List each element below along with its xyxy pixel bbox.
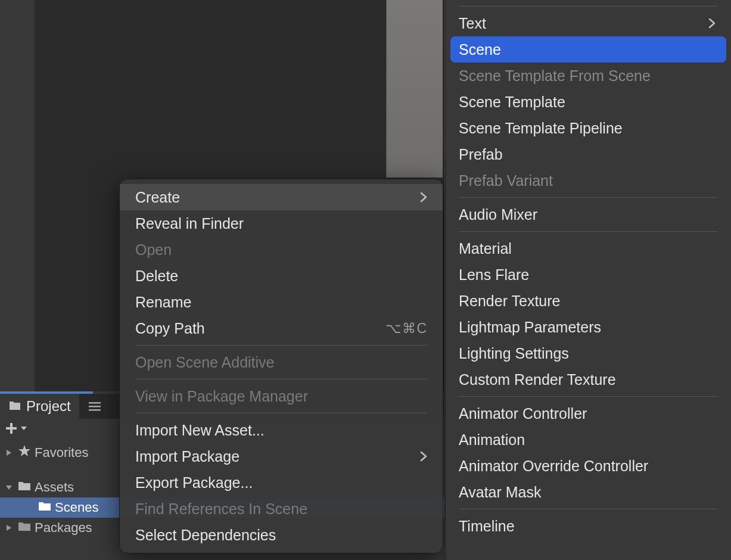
submenu-label: Render Texture [459,293,560,310]
submenu-label: Animator Override Controller [459,458,648,475]
submenu-label: Text [459,15,486,32]
menu-rename[interactable]: Rename [120,289,443,315]
chevron-right-icon [708,15,716,32]
svg-rect-0 [89,402,101,404]
submenu-text[interactable]: Text [446,10,731,36]
submenu-separator [459,231,718,232]
panel-menu-icon[interactable] [83,394,107,419]
menu-label: View in Package Manager [135,388,308,405]
tree-label: Packages [35,520,92,536]
menu-label: Select Dependencies [135,527,276,544]
menu-delete[interactable]: Delete [120,263,443,289]
submenu-scene-template-pipeline[interactable]: Scene Template Pipeline [446,115,731,141]
tree-label: Favorites [35,445,88,461]
menu-label: Export Package... [135,474,253,491]
submenu-prefab-variant: Prefab Variant [446,167,731,194]
menu-separator [135,379,427,379]
submenu-label: Lens Flare [459,266,529,284]
submenu-scene[interactable]: Scene [450,36,726,63]
submenu-label: Lighting Settings [459,345,569,362]
menu-label: Reveal in Finder [135,215,244,232]
submenu-scene-template[interactable]: Scene Template [446,89,731,115]
menu-open-scene-additive: Open Scene Additive [120,349,443,375]
submenu-label: Lightmap Parameters [459,319,601,336]
add-asset-button[interactable] [4,421,29,436]
menu-import-package[interactable]: Import Package [120,443,443,469]
submenu-lightmap-parameters[interactable]: Lightmap Parameters [446,314,731,340]
tree-label: Scenes [55,500,98,515]
submenu-label: Audio Mixer [459,206,537,223]
menu-label: Import Package [135,448,239,465]
disclosure-triangle-icon[interactable] [4,449,14,456]
menu-view-package-manager: View in Package Manager [120,383,443,409]
submenu-animator-controller[interactable]: Animator Controller [446,400,731,427]
menu-label: Copy Path [135,320,205,337]
menu-shortcut: ⌥⌘C [385,321,427,337]
viewport-skybox-corner [386,0,443,178]
context-menu: Create Reveal in Finder Open Delete Rena… [119,179,443,553]
submenu-separator [459,197,718,198]
submenu-label: Prefab Variant [459,172,553,189]
submenu-material[interactable]: Material [446,235,731,262]
menu-copy-path[interactable]: Copy Path ⌥⌘C [120,315,443,341]
star-icon [18,444,31,461]
submenu-audio-mixer[interactable]: Audio Mixer [446,201,731,228]
submenu-avatar-mask[interactable]: Avatar Mask [446,479,731,505]
chevron-right-icon [420,448,427,465]
menu-export-package[interactable]: Export Package... [120,469,443,496]
svg-rect-1 [89,406,101,407]
menu-label: Rename [135,294,192,311]
submenu-label: Timeline [459,518,515,535]
tree-label: Assets [35,480,74,495]
project-tab[interactable]: Project [0,394,79,419]
submenu-lens-flare[interactable]: Lens Flare [446,262,731,288]
menu-label: Import New Asset... [135,422,265,439]
submenu-label: Custom Render Texture [459,371,616,388]
folder-icon [8,398,21,415]
menu-label: Delete [135,267,178,285]
submenu-scene-template-from-scene: Scene Template From Scene [446,63,731,89]
submenu-label: Scene [459,41,501,58]
submenu-label: Material [459,240,512,257]
submenu-separator [459,6,718,7]
chevron-right-icon [420,189,427,206]
disclosure-triangle-icon[interactable] [4,524,14,531]
disclosure-triangle-icon[interactable] [4,484,14,491]
folder-icon [18,520,31,536]
menu-label: Open Scene Additive [135,354,275,371]
svg-rect-2 [89,409,101,411]
menu-create[interactable]: Create [120,184,443,210]
submenu-label: Animator Controller [459,405,587,422]
submenu-label: Scene Template Pipeline [459,120,623,137]
submenu-lighting-settings[interactable]: Lighting Settings [446,340,731,366]
submenu-prefab[interactable]: Prefab [446,141,731,167]
menu-label: Find References In Scene [135,500,307,518]
submenu-custom-render-texture[interactable]: Custom Render Texture [446,366,731,393]
menu-import-new-asset[interactable]: Import New Asset... [120,417,443,443]
create-submenu: Text Scene Scene Template From Scene Sce… [445,0,731,560]
menu-find-references: Find References In Scene [120,496,443,522]
menu-separator [135,345,427,346]
plus-icon [5,422,18,435]
dropdown-triangle-icon [20,425,27,431]
menu-label: Open [135,241,172,259]
submenu-animator-override[interactable]: Animator Override Controller [446,453,731,479]
svg-rect-4 [6,427,17,430]
submenu-label: Avatar Mask [459,484,541,501]
menu-label: Create [135,189,180,206]
project-tab-label: Project [26,398,71,415]
folder-icon [38,500,51,515]
submenu-label: Scene Template [459,94,565,111]
submenu-label: Prefab [459,146,503,163]
menu-reveal-in-finder[interactable]: Reveal in Finder [120,210,443,237]
menu-separator [135,413,427,413]
submenu-separator [459,509,718,509]
submenu-animation[interactable]: Animation [446,427,731,453]
menu-select-dependencies[interactable]: Select Dependencies [120,522,443,548]
menu-open: Open [120,237,443,263]
submenu-label: Animation [459,431,525,449]
submenu-timeline[interactable]: Timeline [446,513,731,539]
submenu-separator [459,396,718,397]
folder-icon [18,480,31,495]
submenu-render-texture[interactable]: Render Texture [446,288,731,314]
